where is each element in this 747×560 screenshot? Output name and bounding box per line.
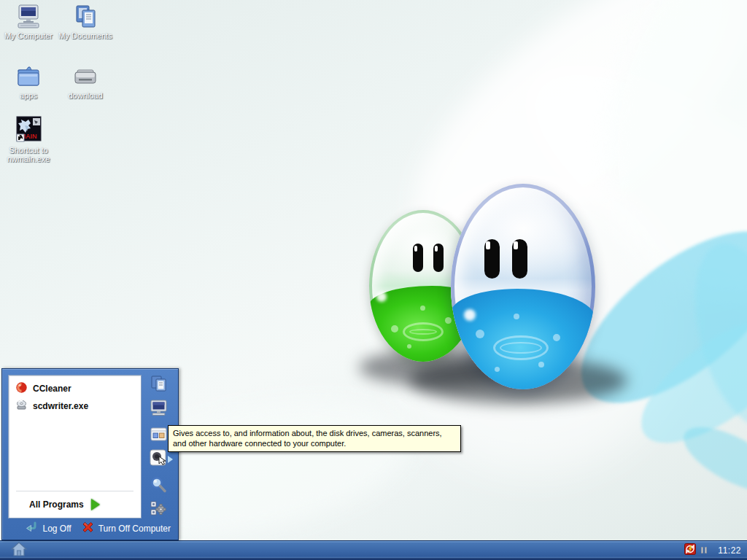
desktop-icon-label: My Documents [57, 31, 114, 40]
all-programs-label: All Programs [29, 499, 84, 510]
glass-gloss [451, 184, 595, 389]
desktop-icon-apps[interactable]: apps [0, 62, 57, 100]
control-panel-icon [150, 425, 168, 446]
ccleaner-icon [15, 381, 28, 397]
desktop: My Computer My Documents apps [0, 0, 747, 560]
my-computer-icon [150, 399, 168, 420]
system-tray: 11:22 [684, 540, 741, 560]
menu-my-computer-button[interactable] [148, 399, 169, 419]
sparkle [376, 292, 387, 302]
blue-capsule-mascot [451, 184, 595, 389]
menu-search-button[interactable] [148, 476, 169, 497]
submenu-arrow-icon [168, 456, 173, 463]
hardware-devices-icon [149, 448, 168, 470]
turn-off-computer-button[interactable]: Turn Off Computer [82, 521, 171, 536]
sync-lightning-tray-icon[interactable] [684, 543, 696, 558]
menu-hardware-devices-button[interactable] [148, 449, 169, 470]
menu-control-panel-button[interactable] [148, 425, 169, 446]
start-button[interactable] [7, 542, 31, 559]
my-documents-icon [150, 375, 168, 396]
my-documents-icon [57, 2, 114, 30]
log-off-icon [25, 521, 38, 536]
start-menu-item-label: CCleaner [33, 384, 71, 394]
cd-writer-icon [15, 399, 28, 414]
desktop-icon-my-computer[interactable]: My Computer [0, 2, 57, 40]
taskbar: 11:22 [0, 540, 747, 560]
mascot-eye [484, 239, 500, 279]
turn-off-label: Turn Off Computer [98, 524, 171, 534]
drive-icon [57, 62, 114, 90]
mascot-eye [413, 244, 423, 272]
desktop-icon-label: Shortcut to nwmain.exe [0, 146, 57, 163]
start-menu-footer: Log Off Turn Off Computer [2, 518, 178, 540]
start-menu-item-ccleaner[interactable]: CCleaner [12, 380, 138, 397]
all-programs-arrow-icon [91, 499, 100, 510]
folder-icon [0, 62, 57, 90]
log-off-button[interactable]: Log Off [25, 521, 71, 536]
taskbar-clock[interactable]: 11:22 [712, 545, 741, 556]
menu-run-button[interactable] [148, 499, 169, 520]
mascot-eye [512, 239, 527, 279]
desktop-icon-my-documents[interactable]: My Documents [57, 2, 114, 40]
hardware-info-tooltip: Gives access to, and information about, … [168, 425, 461, 452]
my-computer-icon [0, 2, 57, 30]
desktop-icon-label: My Computer [0, 31, 57, 40]
mascot-eye [433, 244, 444, 272]
nwmain-app-icon: MAIN [0, 117, 57, 144]
turn-off-icon [82, 521, 94, 536]
desktop-icon-nwmain-shortcut[interactable]: MAIN Shortcut to nwmain.exe [0, 117, 57, 163]
start-menu-programs-panel: CCleaner scdwriter.exe All Programs [8, 375, 142, 518]
desktop-icon-label: download [57, 91, 114, 100]
pause-indicator-icon[interactable] [701, 547, 707, 553]
all-programs-button[interactable]: All Programs [9, 494, 141, 515]
search-icon [150, 476, 168, 497]
desktop-icon-download[interactable]: download [57, 62, 114, 100]
start-menu-item-scdwriter[interactable]: scdwriter.exe [12, 397, 138, 415]
menu-my-documents-button[interactable] [148, 375, 169, 395]
log-off-label: Log Off [42, 524, 71, 534]
sparkle [464, 309, 476, 321]
start-menu: CCleaner scdwriter.exe All Programs [1, 368, 179, 540]
desktop-icon-label: apps [0, 91, 57, 100]
menu-separator [16, 491, 133, 491]
start-menu-item-label: scdwriter.exe [33, 401, 88, 411]
home-icon [9, 541, 28, 560]
